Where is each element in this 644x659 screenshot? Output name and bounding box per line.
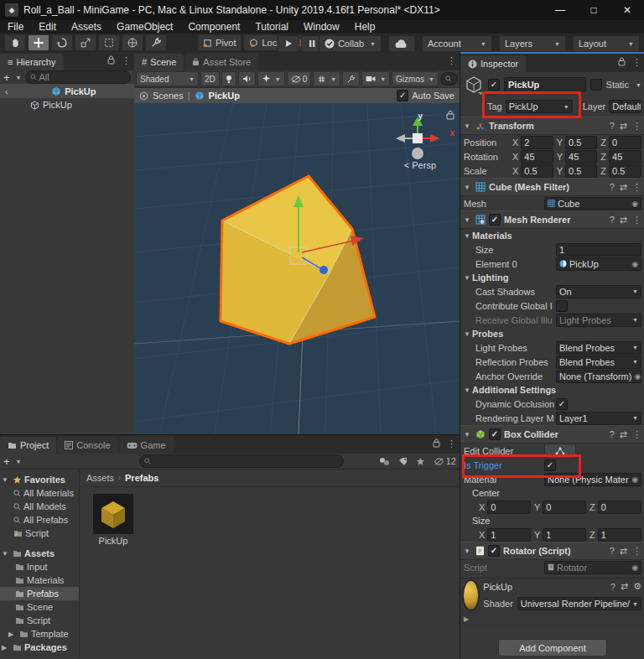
lock-icon[interactable] (107, 55, 115, 65)
scale-y-field[interactable]: 0.5 (565, 164, 597, 178)
physic-material-field[interactable]: None (Physic Mater◉ (544, 473, 641, 486)
panel-menu-icon[interactable]: ⋮ (632, 57, 641, 67)
menu-gameobject[interactable]: GameObject (109, 21, 180, 33)
transform-tool-icon[interactable] (122, 34, 143, 51)
rotator-header[interactable]: ▼ Rotator (Script) ?⇄⋮ (460, 542, 644, 560)
light-probes-dropdown[interactable]: Blend Probes▼ (556, 341, 641, 355)
tree-all-materials[interactable]: All Materials (0, 486, 79, 500)
maximize-button[interactable]: □ (577, 0, 610, 20)
materials-foldout[interactable]: ▼Materials (460, 229, 644, 242)
2d-toggle[interactable]: 2D (200, 71, 220, 86)
breadcrumb-assets[interactable]: Assets (86, 473, 114, 483)
collab-dropdown[interactable]: Collab ▼ (319, 35, 382, 52)
breadcrumb-prefabs[interactable]: Prefabs (125, 473, 158, 483)
contribute-gi-checkbox[interactable] (556, 300, 568, 312)
mesh-field[interactable]: Cube ◉ (544, 197, 641, 210)
create-dropdown-icon[interactable]: ▼ (16, 75, 22, 80)
lock-icon[interactable] (618, 57, 626, 66)
menu-edit[interactable]: Edit (31, 21, 64, 33)
tree-all-models[interactable]: All Models (0, 500, 79, 513)
viewport-lock-icon[interactable] (446, 110, 454, 120)
dynamic-occlusion-checkbox[interactable] (556, 398, 568, 410)
asset-item-pickup[interactable]: PickUp (88, 494, 138, 546)
tree-all-prefabs[interactable]: All Prefabs (0, 513, 79, 527)
custom-tool-icon[interactable] (145, 34, 167, 51)
search-by-label-icon[interactable] (398, 457, 408, 466)
lighting-toggle-icon[interactable] (221, 71, 236, 86)
additional-settings-foldout[interactable]: ▼Additional Settings (460, 383, 644, 397)
layers-dropdown[interactable]: Layers ▼ (499, 35, 566, 52)
anchor-override-field[interactable]: None (Transform)◉ (556, 370, 641, 383)
component-menu-icon[interactable]: ⋮ (632, 215, 641, 225)
position-x-field[interactable]: 2 (521, 136, 553, 149)
mesh-renderer-checkbox[interactable] (489, 214, 501, 226)
material-element-field[interactable]: PickUp ◉ (556, 257, 641, 271)
create-button[interactable]: + (3, 71, 10, 84)
reflection-probes-dropdown[interactable]: Blend Probes▼ (556, 355, 641, 369)
cast-shadows-dropdown[interactable]: On▼ (556, 285, 641, 298)
probes-foldout[interactable]: ▼Probes (460, 327, 644, 340)
tree-scene[interactable]: Scene (0, 600, 79, 614)
scene-visibility-icon[interactable]: 0 (287, 71, 312, 86)
scale-tool-icon[interactable] (75, 34, 96, 51)
presets-icon[interactable]: ⇄ (621, 581, 628, 592)
object-picker-icon[interactable]: ◉ (634, 372, 641, 381)
prefab-header-row[interactable]: ‹ PickUp (0, 84, 134, 98)
scene-search[interactable] (440, 72, 458, 86)
tab-scene[interactable]: # Scene (134, 54, 184, 70)
tree-packages[interactable]: ▶ Packages (0, 641, 79, 654)
material-sphere-thumbnail[interactable] (464, 581, 478, 610)
rect-tool-icon[interactable] (98, 34, 120, 51)
static-checkbox[interactable] (590, 79, 602, 91)
gear-icon[interactable]: ⚙ (633, 581, 641, 592)
grid-visibility-dropdown[interactable]: ▼ (313, 71, 340, 86)
mesh-renderer-header[interactable]: ▼ Mesh Renderer ?⇄⋮ (460, 210, 644, 229)
presets-icon[interactable]: ⇄ (620, 546, 627, 557)
menu-component[interactable]: Component (180, 21, 247, 33)
tree-favorites-script[interactable]: Script (0, 527, 79, 540)
presets-icon[interactable]: ⇄ (620, 429, 627, 440)
object-picker-icon[interactable]: ◉ (631, 200, 638, 208)
component-menu-icon[interactable]: ⋮ (632, 182, 641, 192)
tab-game[interactable]: Game (119, 437, 174, 454)
tab-project[interactable]: Project (0, 437, 56, 454)
rotation-z-field[interactable]: 45 (609, 150, 641, 163)
name-field[interactable]: PickUp (504, 77, 586, 92)
edit-collider-button[interactable] (544, 444, 576, 459)
active-checkbox[interactable] (488, 79, 500, 91)
gameobject-icon[interactable] (464, 75, 484, 95)
help-icon[interactable]: ? (610, 182, 615, 192)
size-z-field[interactable]: 1 (598, 528, 641, 542)
gizmos-dropdown[interactable]: Gizmos ▼ (392, 71, 439, 86)
tag-dropdown[interactable]: PickUp▼ (506, 100, 573, 113)
menu-window[interactable]: Window (296, 21, 347, 33)
center-y-field[interactable]: 0 (543, 501, 586, 514)
tree-input[interactable]: Input (0, 560, 79, 573)
add-component-button[interactable]: Add Component (498, 639, 607, 656)
is-trigger-checkbox[interactable] (544, 459, 556, 471)
mesh-filter-header[interactable]: ▼ Cube (Mesh Filter) ?⇄⋮ (460, 178, 644, 196)
object-picker-icon[interactable]: ◉ (631, 475, 638, 484)
scene-viewport[interactable]: y x < Persp (134, 103, 460, 434)
position-y-field[interactable]: 0.5 (565, 136, 597, 149)
box-collider-header[interactable]: ▼ Box Collider ?⇄⋮ (460, 425, 644, 444)
panel-menu-icon[interactable]: ⋮ (447, 438, 456, 449)
menu-file[interactable]: File (0, 21, 31, 33)
panel-menu-icon[interactable]: ⋮ (447, 55, 456, 65)
tab-asset-store[interactable]: Asset Store (184, 54, 258, 70)
component-menu-icon[interactable]: ⋮ (632, 121, 641, 131)
auto-save-checkbox[interactable] (397, 90, 408, 101)
rotation-x-field[interactable]: 45 (521, 150, 553, 163)
position-z-field[interactable]: 0 (609, 136, 641, 149)
project-search[interactable] (139, 454, 344, 468)
prefab-back-icon[interactable]: ‹ (0, 86, 13, 96)
minimize-button[interactable]: — (543, 0, 577, 20)
menu-assets[interactable]: Assets (64, 21, 109, 33)
tab-console[interactable]: Console (57, 437, 117, 454)
play-button[interactable] (278, 35, 299, 52)
favorites-star-icon[interactable] (416, 457, 425, 466)
scale-x-field[interactable]: 0.5 (521, 164, 553, 178)
rotator-checkbox[interactable] (488, 545, 500, 557)
close-button[interactable]: ✕ (610, 0, 644, 20)
help-icon[interactable]: ? (610, 546, 615, 556)
